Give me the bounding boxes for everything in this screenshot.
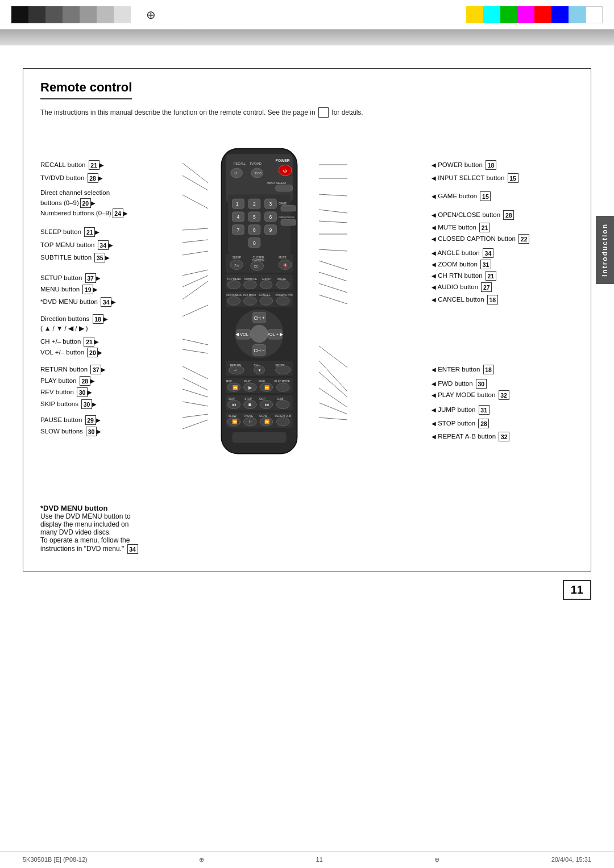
label-game: ◀ GAME button 15 bbox=[426, 191, 574, 201]
color-block bbox=[97, 6, 114, 23]
page-title: Remote control bbox=[40, 80, 132, 99]
svg-point-144 bbox=[276, 400, 289, 408]
svg-text:SKIP: SKIP bbox=[259, 398, 265, 400]
svg-text:OPEN/CLOSE: OPEN/CLOSE bbox=[279, 216, 294, 219]
svg-point-95 bbox=[227, 297, 240, 305]
intro-tab: Introduction bbox=[596, 216, 614, 284]
label-topmenu: TOP MENU button 34▶ bbox=[40, 240, 113, 250]
svg-rect-47 bbox=[276, 185, 293, 191]
label-repeatab: ◀ REPEAT A-B button 32 bbox=[426, 432, 574, 441]
label-rev: REV button 30▶ bbox=[40, 387, 92, 397]
svg-text:REV: REV bbox=[226, 380, 233, 383]
dvd-menu-note-title: *DVD MENU button bbox=[40, 504, 107, 512]
svg-line-0 bbox=[182, 163, 208, 183]
badge-direction: 18 bbox=[93, 314, 103, 324]
badge-repeatab: 32 bbox=[499, 432, 509, 441]
intro-tab-label: Introduction bbox=[601, 223, 609, 277]
svg-line-32 bbox=[319, 388, 347, 407]
footer: 5K30501B [E] (P08-12) ⊕ 11 ⊕ 20/4/04, 15… bbox=[0, 851, 614, 868]
badge-game: 15 bbox=[480, 191, 491, 201]
gray-band bbox=[0, 30, 614, 45]
svg-text:SUBTITLE: SUBTITLE bbox=[244, 278, 257, 281]
svg-line-6 bbox=[182, 270, 208, 276]
svg-text:PAUSE: PAUSE bbox=[244, 415, 253, 418]
label-chrtn: ◀ CH RTN button 21 bbox=[426, 271, 574, 281]
svg-text:ZOOM/CH RTN: ZOOM/CH RTN bbox=[276, 294, 293, 297]
svg-text:9: 9 bbox=[269, 227, 272, 233]
svg-text:▼: ▼ bbox=[258, 368, 262, 372]
color-block-red bbox=[534, 6, 551, 23]
label-buttons09: buttons (0–9)20▶ bbox=[40, 198, 96, 208]
color-block-green bbox=[500, 6, 517, 23]
dvd-menu-note-badge: 34 bbox=[127, 544, 138, 554]
label-cancel: ◀ CANCEL button 18 bbox=[426, 295, 574, 304]
badge-chrtn: 21 bbox=[486, 271, 496, 281]
badge-skip: 30 bbox=[81, 399, 92, 409]
svg-text:REPEAT A–B: REPEAT A–B bbox=[275, 415, 292, 418]
svg-line-30 bbox=[319, 361, 347, 391]
svg-line-25 bbox=[319, 261, 347, 270]
svg-text:CH +: CH + bbox=[254, 315, 265, 321]
label-openclose: ◀ OPEN/CLOSE button 28 bbox=[426, 210, 574, 220]
badge-rev: 30 bbox=[77, 387, 88, 397]
badge-mute: 21 bbox=[479, 223, 490, 232]
dvd-menu-note: *DVD MENU button Use the DVD MENU button… bbox=[40, 504, 200, 554]
svg-line-2 bbox=[182, 195, 208, 208]
page-number: 11 bbox=[563, 580, 591, 600]
svg-line-15 bbox=[182, 402, 208, 406]
color-block bbox=[63, 6, 80, 23]
svg-text:3: 3 bbox=[269, 201, 272, 207]
svg-text:⏭: ⏭ bbox=[265, 402, 269, 407]
badge-play: 28 bbox=[80, 376, 90, 386]
footer-right: 20/4/04, 15:31 bbox=[551, 856, 591, 863]
svg-text:5: 5 bbox=[253, 214, 256, 220]
svg-line-27 bbox=[319, 283, 347, 293]
label-playmode: ◀ PLAY MODE button 32 bbox=[426, 390, 574, 400]
badge-fwd: 30 bbox=[476, 379, 487, 389]
svg-point-86 bbox=[227, 281, 240, 289]
svg-text:2: 2 bbox=[253, 201, 256, 207]
badge-inputsel: 15 bbox=[508, 173, 518, 183]
color-block-lightblue bbox=[569, 6, 586, 23]
svg-line-1 bbox=[182, 176, 208, 190]
svg-text:PLAY: PLAY bbox=[244, 380, 251, 383]
crosshair-icon: ⊕ bbox=[142, 6, 159, 23]
color-blocks-right bbox=[466, 6, 603, 23]
color-block bbox=[80, 6, 97, 23]
label-closedcaption: ◀ CLOSED CAPTION button 22 bbox=[426, 234, 574, 244]
svg-rect-157 bbox=[233, 432, 287, 443]
svg-text:⏹: ⏹ bbox=[248, 402, 252, 407]
svg-text:INPUT SELECT: INPUT SELECT bbox=[267, 182, 287, 185]
svg-text:◀ VOL –: ◀ VOL – bbox=[235, 332, 252, 337]
svg-text:VOL + ▶: VOL + ▶ bbox=[267, 332, 284, 337]
footer-center: 11 bbox=[316, 856, 323, 863]
footer-center-crosshair: ⊕ bbox=[199, 856, 204, 863]
svg-line-33 bbox=[319, 403, 347, 414]
badge-playmode: 32 bbox=[499, 390, 509, 400]
label-volplusminus: VOL +/– button 20▶ bbox=[40, 348, 102, 357]
label-audio: ◀ AUDIO button 27 bbox=[426, 282, 574, 292]
svg-line-17 bbox=[182, 420, 208, 429]
badge-subtitle: 35 bbox=[94, 253, 105, 262]
dvd-menu-note-line3: many DVD video discs. bbox=[40, 528, 200, 536]
svg-text:⏻: ⏻ bbox=[283, 169, 287, 173]
svg-text:⏪: ⏪ bbox=[232, 419, 238, 424]
svg-text:SETUP/MENU: SETUP/MENU bbox=[226, 294, 242, 297]
dvd-menu-note-line2: display the menu included on bbox=[40, 520, 200, 528]
svg-text:7: 7 bbox=[237, 227, 240, 233]
label-menu: MENU button 19▶ bbox=[40, 285, 98, 294]
svg-text:POWER: POWER bbox=[276, 158, 290, 162]
label-slow: SLOW buttons 30▶ bbox=[40, 427, 101, 436]
main-content: Remote control The instructions in this … bbox=[0, 45, 614, 617]
badge-cancel: 18 bbox=[487, 295, 498, 304]
svg-text:STOP: STOP bbox=[244, 398, 252, 400]
svg-text:JUMP: JUMP bbox=[277, 398, 284, 400]
color-blocks-left bbox=[11, 6, 131, 23]
svg-point-97 bbox=[243, 297, 256, 305]
remote-image: RECALL TV/DVD POWER ↺ TV⟲ ⏻ INPUT SELECT bbox=[205, 146, 313, 461]
badge-jump: 31 bbox=[479, 405, 489, 415]
svg-text:⏪: ⏪ bbox=[233, 385, 238, 390]
badge-volplusminus: 20 bbox=[87, 348, 98, 357]
label-stop: ◀ STOP button 28 bbox=[426, 419, 574, 428]
svg-text:SLOW: SLOW bbox=[229, 415, 237, 418]
